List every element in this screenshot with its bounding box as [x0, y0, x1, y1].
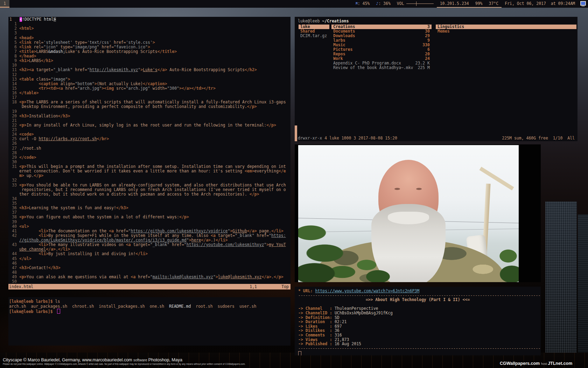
- ranger-statusline: drwxr-xr-x 4 luke 1000 3 2017-08-08 15:2…: [295, 136, 578, 141]
- ranger-preview-column[interactable]: LinguisticsMemes: [436, 25, 576, 34]
- vim-line: 2<html>: [9, 26, 290, 31]
- memory-status: M: 45%: [352, 0, 373, 8]
- vim-line: 36<h3>Learning the system is fun and eas…: [9, 206, 290, 210]
- ranger-entry[interactable]: Repos20: [331, 52, 432, 56]
- entry-name: Memes: [438, 29, 450, 34]
- monitor-base: [581, 6, 585, 6]
- volume-slider-handle[interactable]: [416, 1, 416, 6]
- ranger-entry[interactable]: Linguistics: [436, 25, 576, 29]
- vim-line: 27./root.sh: [9, 146, 290, 151]
- vim-line: 26: [9, 141, 290, 146]
- volume-slider-track: [406, 4, 434, 4]
- wooden-beam: [479, 167, 514, 191]
- video-title: =>> About High Technology (Part I & II) …: [298, 298, 541, 302]
- entry-name: Review of the book Ashtadhya~.mkv: [333, 66, 413, 70]
- temperature-value: 37°C: [489, 1, 499, 6]
- music-note-icon: ♪: [376, 1, 378, 6]
- desktop: 1 M: 45% ♪: 36% VOL 10.201.5.234 99% 37°…: [0, 0, 588, 368]
- battery-status: 99%: [472, 0, 486, 8]
- listed-file: one.sh: [150, 304, 164, 309]
- ip-address: 10.201.5.234: [437, 0, 472, 8]
- volume-slider[interactable]: [406, 0, 434, 7]
- ranger-parent-column[interactable]: lukeSharedDCIM.tar.gz: [299, 25, 329, 38]
- plant-leaves: [351, 252, 396, 282]
- man-eye: [394, 188, 400, 190]
- ip-value: 10.201.5.234: [440, 1, 469, 6]
- wallpaper-building: [545, 202, 577, 357]
- shell-command: ls: [55, 299, 60, 304]
- entry-count: 225 M: [418, 66, 430, 70]
- url-label: * URL:: [298, 288, 315, 293]
- listed-file: chroot.sh: [72, 304, 94, 309]
- vim-line: 3: [9, 31, 290, 35]
- vim-line: Desktop Environment, providing a perfect…: [9, 104, 290, 109]
- vim-line: 25curl -O http://larbs.xyz/root.sh</br>: [9, 137, 290, 141]
- ranger-entry[interactable]: larbs9: [331, 38, 432, 43]
- ranger-entry[interactable]: Pictures6: [331, 47, 432, 52]
- status-bar-right: M: 45% ♪: 36% VOL 10.201.5.234 99% 37°C …: [352, 0, 588, 8]
- host-name: JTLnet.com: [548, 361, 572, 366]
- divider-line: ----------------------------------------…: [298, 346, 541, 351]
- video-window[interactable]: [295, 144, 541, 282]
- tray-computer-icon[interactable]: [580, 1, 587, 6]
- ranger-file-meta: 4 luke 1000 3 2017-08-08 15:20: [322, 136, 397, 141]
- status-bar: 1 M: 45% ♪: 36% VOL 10.201.5.234 99% 37°…: [0, 0, 588, 8]
- vim-line: 20<h3>Installation</h3>: [9, 114, 290, 118]
- ranger-path: ~/Creations: [322, 19, 349, 23]
- ranger-columns: lukeSharedDCIM.tar.gz Creations3Document…: [295, 25, 578, 135]
- terminal-cursor[interactable]: [57, 309, 60, 314]
- ranger-disk-summary: 225M sum, 460G free 1/10 All: [502, 136, 575, 141]
- host-label: host: [541, 362, 548, 366]
- vim-line: ther distros, but it should work on a di…: [9, 192, 290, 197]
- video-frame[interactable]: [298, 145, 519, 282]
- meta-label: Published :: [306, 341, 332, 346]
- entry-name: DCIM.tar.gz: [300, 34, 327, 38]
- wallpaper-building: [578, 214, 588, 357]
- listed-file: sudoers: [218, 304, 234, 309]
- ranger-permissions: drwxr-xr-x 4 luke 1000 3 2017-08-08 15:2…: [298, 136, 397, 141]
- shell-line-command: [luke@leeb larbs]$ ls: [9, 299, 290, 304]
- listed-file: aur_packages.sh: [31, 304, 67, 309]
- vim-line: 44 <li>By just installing it and diving …: [9, 252, 290, 256]
- workspace-indicator[interactable]: 1: [0, 0, 9, 8]
- shell-prompt: [luke@leeb larbs]$: [9, 299, 55, 304]
- ranger-perm-string: drwxr-xr-x: [298, 136, 322, 141]
- ranger-current-column[interactable]: Creations3Documents30Downloads29larbs9Mu…: [331, 25, 432, 70]
- vim-line: 11<h2><a target="_blank" href="http://lu…: [9, 68, 290, 72]
- listed-file: arch.sh: [9, 304, 26, 309]
- ranger-entry[interactable]: Downloads29: [331, 34, 432, 38]
- vim-line: 1: [9, 22, 290, 26]
- player-prompt-line: [298, 350, 541, 355]
- vim-window[interactable]: 1<!DOCTYPE html>12<html>34<head>5<link r…: [8, 17, 290, 289]
- ranger-entry[interactable]: DCIM.tar.gz: [299, 34, 329, 38]
- site-name: CGWallpapers.com: [500, 361, 541, 366]
- ranger-entry[interactable]: Review of the book Ashtadhya~.mkv225 M: [331, 66, 432, 70]
- memory-value: : 45%: [358, 1, 370, 6]
- shell-line-prompt: [luke@leeb larbs]$: [9, 309, 290, 314]
- player-info-rows: -> Channel : ThuleanPerspective-> Channe…: [298, 306, 541, 346]
- volume-status: VOL: [394, 0, 437, 8]
- vim-buffer[interactable]: 1<!DOCTYPE html>12<html>34<head>5<link r…: [9, 17, 290, 284]
- vim-line: 34: [9, 197, 290, 201]
- shell-window[interactable]: [luke@leeb larbs]$ ls arch.sh aur_packag…: [8, 297, 290, 346]
- vim-line: 50: [9, 279, 290, 284]
- player-url-line: * URL: https://www.youtube.com/watch?v=6…: [298, 289, 541, 293]
- volume-label: VOL: [397, 1, 404, 6]
- wallpaper-credits: Cityscape © Marco Bauriedel, Germany, ww…: [3, 357, 245, 365]
- shell-prompt: [luke@leeb larbs]$: [9, 309, 55, 314]
- player-info-window[interactable]: * URL: https://www.youtube.com/watch?v=6…: [295, 287, 541, 355]
- terminal-cursor[interactable]: [298, 351, 301, 355]
- vim-line: 9<h1>LARBS</h1>: [9, 59, 290, 63]
- temperature-status: 37°C: [486, 0, 502, 8]
- battery-value: 99%: [475, 1, 483, 6]
- vim-filename: index.html: [9, 284, 33, 289]
- ranger-titlebar: luke@leeb ~/Creations: [298, 19, 349, 23]
- vim-line: 47<h3>Contact!</h3>: [9, 266, 290, 270]
- ranger-entry[interactable]: Memes: [436, 29, 576, 34]
- video-url-link[interactable]: https://www.youtube.com/watch?v=6Jntc2n6…: [315, 288, 419, 293]
- ranger-window[interactable]: luke@leeb ~/Creations lukeSharedDCIM.tar…: [295, 17, 578, 141]
- man-mustache: [388, 212, 429, 224]
- software-label: software: [133, 358, 148, 362]
- vim-line: 15 <tr><td><a href="arch.jpg"><img src="…: [9, 86, 290, 91]
- artist-credit: Cityscape © Marco Bauriedel, Germany, ww…: [3, 357, 133, 362]
